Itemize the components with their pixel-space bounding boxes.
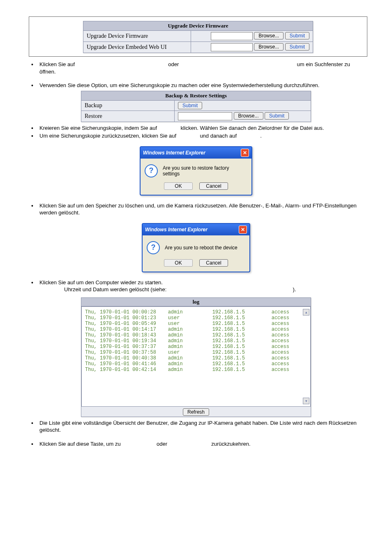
restore-submit-button[interactable]: Submit xyxy=(265,112,289,120)
cancel-button[interactable]: Cancel xyxy=(199,182,228,190)
text: Klicken Sie auf um den Speicher zu lösch… xyxy=(39,203,357,216)
scroll-down-icon[interactable]: ▾ xyxy=(303,398,309,404)
browse-button[interactable]: Browse... xyxy=(254,32,284,39)
dialog-titlebar: Windows Internet Explorer ✕ xyxy=(143,224,249,235)
list-item: Verwenden Sie diese Option, um eine Sich… xyxy=(30,82,367,89)
backup-submit-button[interactable]: Submit xyxy=(178,102,202,109)
submit-button[interactable]: Submit xyxy=(285,32,309,39)
webui-file-input[interactable] xyxy=(211,43,253,51)
list-item: Kreieren Sie eine Sicherungskopie, indem… xyxy=(30,124,367,132)
scroll-up-icon[interactable]: ▴ xyxy=(303,309,309,315)
upgrade-frame: Upgrade Device Firmware Upgrade Device F… xyxy=(29,16,367,57)
table-row: Upgrade Device Firmware Browse... Submit xyxy=(83,31,313,42)
close-icon[interactable]: ✕ xyxy=(241,149,249,157)
restore-label: Restore xyxy=(81,111,175,122)
bullet-list: Klicken Sie auf um den Computer wieder z… xyxy=(30,279,367,293)
text: um ein Suchfenster zu öffnen. xyxy=(39,61,350,75)
table-row: Restore Browse... Submit xyxy=(81,111,311,122)
upgrade-webui-label: Upgrade Device Embeded Web UI xyxy=(83,42,191,53)
table-row: Upgrade Device Embeded Web UI Browse... … xyxy=(83,42,313,53)
question-icon: ? xyxy=(145,164,158,177)
close-icon[interactable]: ✕ xyxy=(239,226,247,234)
bullet-list: Die Liste gibt eine vollständige Übersic… xyxy=(30,419,367,434)
backup-label: Backup xyxy=(81,100,175,111)
question-icon: ? xyxy=(147,241,160,254)
text: Die Liste gibt eine vollständige Übersic… xyxy=(39,420,357,433)
dialog-message: Are you sure to restore factory settings xyxy=(163,165,247,177)
restore-file-input[interactable] xyxy=(178,112,232,120)
refresh-button[interactable]: Refresh xyxy=(183,408,209,416)
browse-button[interactable]: Browse... xyxy=(254,43,284,51)
text: Klicken Sie auf xyxy=(39,61,75,67)
text: zurückzukehren. xyxy=(211,441,250,447)
text: klicken. Wählen Sie danach den Zielordne… xyxy=(180,125,324,131)
backup-header: Backup & Restore Settings xyxy=(81,91,311,100)
dialog-title-text: Windows Internet Explorer xyxy=(143,150,205,156)
bullet-list: Klicken Sie auf oder um ein Suchfenster … xyxy=(30,61,367,75)
log-textarea[interactable]: Thu, 1970-01-01 00:00:28 admin 192.168.1… xyxy=(81,306,311,407)
list-item: Klicken Sie auf oder um ein Suchfenster … xyxy=(30,61,367,75)
list-item: Klicken Sie auf um den Speicher zu lösch… xyxy=(30,202,367,216)
upgrade-firmware-label: Upgrade Device Firmware xyxy=(83,31,191,42)
list-item: Um eine Sicherungskopie zurückzusetzen, … xyxy=(30,132,367,140)
dialog-title-text: Windows Internet Explorer xyxy=(145,227,208,233)
text: Klicken Sie auf diese Taste, um zu xyxy=(39,441,121,447)
upgrade-table: Upgrade Device Firmware Upgrade Device F… xyxy=(83,21,313,53)
text: Kreieren Sie eine Sicherungskopie, indem… xyxy=(39,125,157,131)
browse-button[interactable]: Browse... xyxy=(234,112,263,120)
upgrade-header: Upgrade Device Firmware xyxy=(83,21,313,31)
bullet-list: Klicken Sie auf diese Taste, um zu oder … xyxy=(30,440,367,448)
bullet-list: Klicken Sie auf um den Speicher zu lösch… xyxy=(30,202,367,216)
ok-button[interactable]: OK xyxy=(164,182,193,190)
backup-table: Backup & Restore Settings Backup Submit … xyxy=(81,91,311,122)
log-header: log xyxy=(81,297,311,306)
log-panel: log ▴ Thu, 1970-01-01 00:00:28 admin 192… xyxy=(81,297,311,417)
text: ). xyxy=(293,286,296,292)
text: Klicken Sie auf um den Computer wieder z… xyxy=(39,279,163,286)
list-item: Klicken Sie auf um den Computer wieder z… xyxy=(30,279,367,293)
text: Verwenden Sie diese Option, um eine Sich… xyxy=(39,82,319,88)
text: Um eine Sicherungskopie zurückzusetzen, … xyxy=(39,133,176,139)
text: oder xyxy=(168,61,179,67)
list-item: Die Liste gibt eine vollständige Übersic… xyxy=(30,419,367,434)
reboot-confirm-dialog: Windows Internet Explorer ✕ ? Are you su… xyxy=(142,223,250,272)
list-item: Klicken Sie auf diese Taste, um zu oder … xyxy=(30,440,367,448)
text: Uhrzeit und Datum werden gelöscht (siehe… xyxy=(64,286,166,292)
text: und danach auf xyxy=(200,133,237,139)
bullet-list: Verwenden Sie diese Option, um eine Sich… xyxy=(30,82,367,89)
restore-confirm-dialog: Windows Internet Explorer ✕ ? Are you su… xyxy=(140,146,252,196)
firmware-file-input[interactable] xyxy=(211,32,253,40)
table-row: Backup Submit xyxy=(81,100,311,111)
bullet-list: Kreieren Sie eine Sicherungskopie, indem… xyxy=(30,124,367,140)
ok-button[interactable]: OK xyxy=(164,259,193,267)
submit-button[interactable]: Submit xyxy=(285,43,309,51)
dialog-message: Are you sure to reboot the device xyxy=(165,245,238,251)
dialog-titlebar: Windows Internet Explorer ✕ xyxy=(141,147,251,159)
text: oder xyxy=(157,441,167,447)
cancel-button[interactable]: Cancel xyxy=(199,259,228,267)
text: . xyxy=(260,133,262,139)
